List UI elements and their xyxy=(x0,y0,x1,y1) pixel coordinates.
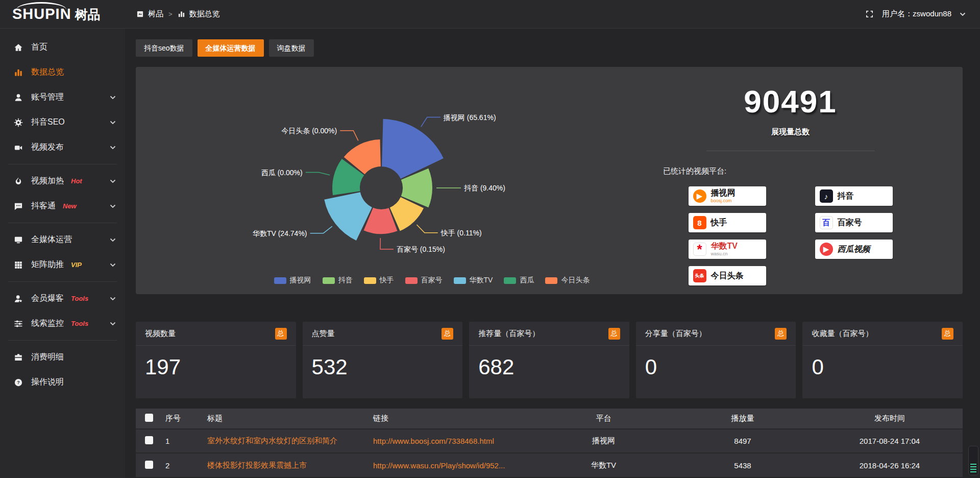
chat-icon xyxy=(13,201,23,211)
platform-badge-播视网[interactable]: ▶播视网boosj.com xyxy=(689,186,766,206)
sidebar-item-视频加热[interactable]: 视频加热Hot xyxy=(0,169,125,194)
platform-badge-西瓜视频[interactable]: ▶西瓜视频 xyxy=(815,240,893,259)
legend-item-快手[interactable]: 快手 xyxy=(364,276,394,285)
platform-name: 西瓜视频 xyxy=(838,245,870,254)
username-label[interactable]: 用户名：zswodun88 xyxy=(882,9,951,19)
platform-column: ♪抖音百百家号▶西瓜视频 xyxy=(815,186,893,285)
cell-no: 1 xyxy=(162,429,204,453)
legend-item-华数TV[interactable]: 华数TV xyxy=(454,276,493,285)
sidebar-divider xyxy=(8,340,117,341)
total-badge[interactable]: 总 xyxy=(442,328,453,340)
platform-text: 百家号 xyxy=(838,219,862,227)
stat-card-label: 分享量（百家号） xyxy=(645,329,706,339)
sidebar-item-label: 首页 xyxy=(31,42,47,53)
row-select-cell xyxy=(136,453,162,477)
platform-text: 快手 xyxy=(711,219,727,227)
fullscreen-icon[interactable] xyxy=(865,10,874,18)
platform-text: 华数TVwasu.cn xyxy=(711,242,738,256)
widget-stripe xyxy=(970,469,976,470)
cell-link[interactable]: http://www.wasu.cn/Play/show/id/952... xyxy=(370,453,538,477)
pie-label-line xyxy=(421,117,440,127)
app-root: SHUPIN 树品 树品 > 数据总览 用户名：zswodun88 首页数据总览… xyxy=(0,0,980,478)
platform-text: 抖音 xyxy=(838,192,854,201)
legend-item-播视网[interactable]: 播视网 xyxy=(274,276,311,285)
sidebar-item-抖客通[interactable]: 抖客通New xyxy=(0,194,125,219)
legend-swatch xyxy=(364,277,376,284)
bar-chart-icon xyxy=(178,10,185,18)
total-badge[interactable]: 总 xyxy=(775,328,787,340)
tab-询盘数据[interactable]: 询盘数据 xyxy=(269,39,314,57)
logo-text: SHUPIN xyxy=(12,6,71,22)
tab-抖音seo数据[interactable]: 抖音seo数据 xyxy=(136,39,192,57)
sidebar-item-操作说明[interactable]: ?操作说明 xyxy=(0,370,125,395)
stat-card-header: 视频数量总 xyxy=(136,322,296,346)
breadcrumb-root[interactable]: 树品 xyxy=(148,9,163,19)
pie-slice-播视网[interactable] xyxy=(382,119,444,179)
platform-text: 西瓜视频 xyxy=(838,245,870,254)
total-badge[interactable]: 总 xyxy=(275,328,287,340)
platforms-label: 已统计的视频平台: xyxy=(663,166,947,176)
platform-text: 今日头条 xyxy=(711,272,744,280)
platform-badge-快手[interactable]: 8快手 xyxy=(689,213,766,232)
topbar-user-area: 用户名：zswodun88 xyxy=(865,9,980,19)
chevron-down-icon xyxy=(110,322,116,326)
sidebar-item-label: 矩阵助推 xyxy=(31,259,64,270)
sidebar-divider xyxy=(8,164,117,164)
legend-item-西瓜[interactable]: 西瓜 xyxy=(504,276,534,285)
widget-stripe xyxy=(970,466,976,467)
cell-title[interactable]: 楼体投影灯投影效果震撼上市 xyxy=(204,453,370,477)
sidebar-item-数据总览[interactable]: 数据总览 xyxy=(0,60,125,85)
row-checkbox[interactable] xyxy=(145,461,153,469)
wasu-logo: * xyxy=(693,243,706,256)
platform-name: 百家号 xyxy=(838,219,862,227)
sidebar-item-视频发布[interactable]: 视频发布 xyxy=(0,135,125,160)
pie-label-抖音: 抖音 (9.40%) xyxy=(464,183,505,193)
summary-divider xyxy=(706,151,875,151)
sidebar-item-抖音SEO[interactable]: 抖音SEO xyxy=(0,110,125,135)
stat-card-header: 收藏量（百家号）总 xyxy=(802,322,963,346)
app-logo[interactable]: SHUPIN 树品 xyxy=(0,6,125,23)
chart-legend: 播视网抖音快手百家号华数TV西瓜今日头条 xyxy=(258,276,605,285)
row-checkbox[interactable] xyxy=(145,436,153,444)
sidebar-item-消费明细[interactable]: 消费明细 xyxy=(0,345,125,370)
sidebar-item-会员爆客[interactable]: 会员爆客Tools xyxy=(0,286,125,311)
sidebar-item-label: 账号管理 xyxy=(31,92,64,103)
sidebar-item-首页[interactable]: 首页 xyxy=(0,35,125,60)
tab-全媒体运营数据[interactable]: 全媒体运营数据 xyxy=(198,39,264,57)
stat-card-推荐量（百家号）: 推荐量（百家号）总682 xyxy=(469,322,629,398)
floating-widget[interactable] xyxy=(968,446,978,475)
legend-item-抖音[interactable]: 抖音 xyxy=(323,276,353,285)
chevron-down-icon[interactable] xyxy=(960,12,966,16)
legend-label: 西瓜 xyxy=(520,276,534,285)
chevron-down-icon xyxy=(110,179,116,183)
platform-badge-华数TV[interactable]: *华数TVwasu.cn xyxy=(689,240,766,259)
select-all-cell xyxy=(136,409,162,429)
baijiahao-logo: 百 xyxy=(820,216,833,229)
table-header-row: 序号标题链接平台播放量发布时间 xyxy=(136,409,963,429)
chevron-down-icon xyxy=(110,121,116,125)
sidebar-item-label: 消费明细 xyxy=(31,352,64,363)
breadcrumb-separator: > xyxy=(168,10,173,18)
legend-item-今日头条[interactable]: 今日头条 xyxy=(545,276,590,285)
platform-name: 华数TV xyxy=(711,242,738,251)
platform-badge-百家号[interactable]: 百百家号 xyxy=(815,213,893,232)
cell-link[interactable]: http://www.boosj.com/7338468.html xyxy=(370,429,538,453)
legend-item-百家号[interactable]: 百家号 xyxy=(405,276,443,285)
legend-label: 快手 xyxy=(380,276,394,285)
total-impressions-label: 展现量总数 xyxy=(633,127,947,137)
sidebar-item-全媒体运营[interactable]: 全媒体运营 xyxy=(0,227,125,252)
cell-title[interactable]: 室外水纹灯和室内水纹灯的区别和简介 xyxy=(204,429,370,453)
sidebar-item-矩阵助推[interactable]: 矩阵助推VIP xyxy=(0,252,125,277)
platform-badge-今日头条[interactable]: 头条今日头条 xyxy=(689,266,766,285)
platform-badge-抖音[interactable]: ♪抖音 xyxy=(815,186,893,206)
bar-chart-icon xyxy=(13,67,23,78)
sidebar-item-线索监控[interactable]: 线索监控Tools xyxy=(0,311,125,336)
pie-slice-华数TV[interactable] xyxy=(324,192,372,241)
total-badge[interactable]: 总 xyxy=(942,328,953,340)
select-all-checkbox[interactable] xyxy=(145,414,153,422)
stat-card-收藏量（百家号）: 收藏量（百家号）总0 xyxy=(802,322,963,398)
total-badge[interactable]: 总 xyxy=(608,328,620,340)
sidebar-item-账号管理[interactable]: 账号管理 xyxy=(0,85,125,110)
legend-swatch xyxy=(454,277,466,284)
logo-suffix: 树品 xyxy=(75,6,101,23)
